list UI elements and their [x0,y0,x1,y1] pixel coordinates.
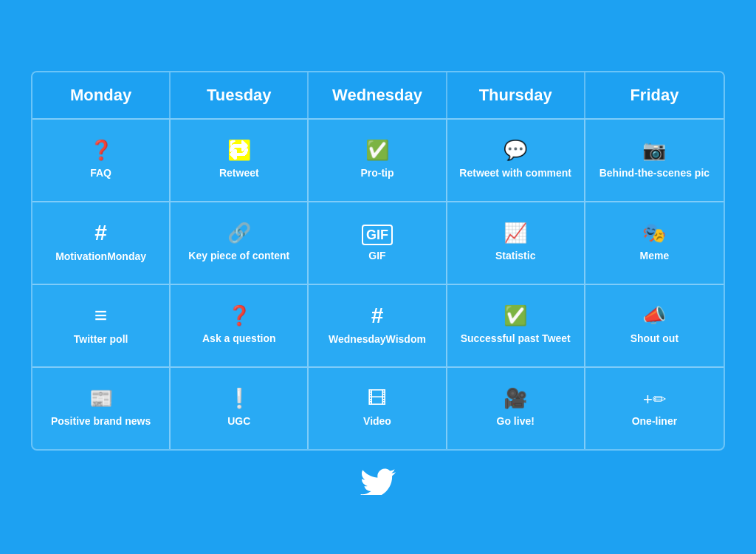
cell-label-3-4: One-liner [632,414,677,428]
cell-label-1-0: MotivationMonday [55,250,146,263]
cell-label-1-4: Meme [640,249,670,262]
retweet-icon [227,140,251,160]
cell-label-0-1: Retweet [219,166,259,179]
cell-label-2-0: Twitter poll [74,332,128,346]
gif-icon [362,222,393,243]
grid-cell-0-0: FAQ [32,120,171,201]
retweet-comment-icon [504,140,527,160]
success-icon [504,305,527,326]
statistic-icon [504,222,527,243]
grid-cell-3-4: One-liner [585,368,724,449]
cell-label-2-2: WednesdayWisdom [329,332,426,346]
question-icon [227,305,251,326]
hashtag-icon [94,222,107,244]
grid-cell-2-1: Ask a question [171,285,309,366]
grid-cell-3-1: UGC [171,368,309,449]
grid-cell-1-1: Key piece of content [171,202,309,284]
cell-label-3-0: Positive brand news [51,414,151,428]
protip-icon [365,140,389,160]
header-friday: Friday [585,72,724,118]
camera-icon [642,140,666,160]
header-wednesday: Wednesday [309,72,447,118]
oneliner-icon [643,388,666,408]
grid-cell-0-3: Retweet with comment [447,120,585,201]
cell-label-0-4: Behind-the-scenes pic [599,166,709,179]
calendar-header: MondayTuesdayWednesdayThursdayFriday [32,72,724,118]
footer [31,465,725,495]
grid-cell-1-0: MotivationMonday [32,202,171,284]
cell-label-3-3: Go live! [497,414,535,428]
grid-cell-3-2: Video [309,368,447,449]
header-monday: Monday [32,72,171,118]
grid-cell-2-2: WednesdayWisdom [309,285,447,366]
meme-icon [642,222,666,243]
grid-row-1: MotivationMondayKey piece of contentGIFS… [32,201,724,284]
faq-icon [89,140,113,160]
news-icon [89,388,113,408]
grid-cell-0-1: Retweet [171,120,309,201]
video-icon [368,388,387,408]
wisdom-icon [371,304,384,326]
cell-label-0-2: Pro-tip [360,166,394,179]
calendar-body: FAQRetweetPro-tipRetweet with commentBeh… [32,118,724,449]
live-icon [504,388,527,408]
grid-row-3: Positive brand newsUGCVideoGo live!One-l… [32,366,724,449]
header-thursday: Thursday [447,72,585,118]
cell-label-3-2: Video [363,414,391,428]
cell-label-1-3: Statistic [495,249,535,262]
calendar-grid: MondayTuesdayWednesdayThursdayFriday FAQ… [31,71,725,451]
grid-cell-1-2: GIF [309,202,447,284]
cell-label-2-4: Shout out [630,332,678,345]
grid-cell-1-4: Meme [585,202,724,284]
cell-label-2-1: Ask a question [202,332,276,345]
page-container: MondayTuesdayWednesdayThursdayFriday FAQ… [16,38,740,517]
cell-label-0-0: FAQ [90,166,111,179]
grid-row-2: Twitter pollAsk a questionWednesdayWisdo… [32,284,724,366]
grid-cell-3-3: Go live! [447,368,585,449]
link-icon [227,222,251,243]
shout-icon [642,305,666,326]
cell-label-3-1: UGC [227,414,250,428]
grid-cell-1-3: Statistic [447,202,585,284]
cell-label-1-2: GIF [368,249,385,262]
header-tuesday: Tuesday [171,72,309,118]
grid-cell-0-2: Pro-tip [309,120,447,201]
grid-row-0: FAQRetweetPro-tipRetweet with commentBeh… [32,118,724,201]
poll-icon [94,304,108,326]
grid-cell-3-0: Positive brand news [32,368,171,449]
twitter-logo [360,465,396,495]
grid-cell-2-3: Successful past Tweet [447,285,585,366]
cell-label-0-3: Retweet with comment [459,166,571,179]
grid-cell-0-4: Behind-the-scenes pic [585,120,724,201]
cell-label-2-3: Successful past Tweet [461,332,571,345]
grid-cell-2-4: Shout out [585,285,724,366]
cell-label-1-1: Key piece of content [188,249,289,262]
ugc-icon [227,388,251,408]
grid-cell-2-0: Twitter poll [32,285,171,366]
